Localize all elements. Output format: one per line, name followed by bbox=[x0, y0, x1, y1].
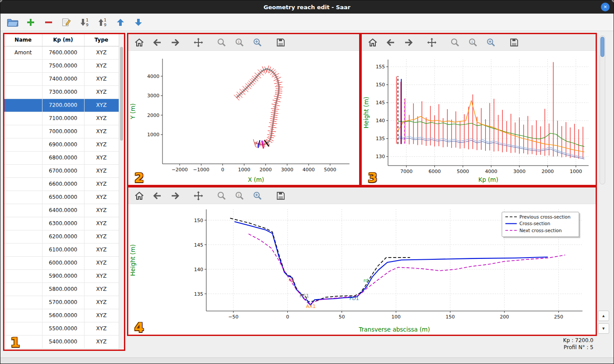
titlebar[interactable]: Geometry reach edit - Saar × bbox=[0, 0, 614, 14]
zoom-original-button[interactable]: i bbox=[466, 36, 480, 49]
table-cell[interactable]: 6500.0000 bbox=[42, 191, 84, 204]
table-row[interactable]: 5700.0000XYZ bbox=[4, 296, 119, 309]
table-cell[interactable]: XYZ bbox=[84, 151, 119, 164]
longitudinal-profile-chart[interactable]: 7000600050004000300020001000130135140145… bbox=[362, 51, 596, 185]
table-cell[interactable] bbox=[4, 85, 42, 99]
table-cell[interactable]: 6200.0000 bbox=[42, 230, 84, 243]
table-row[interactable]: 6900.0000XYZ bbox=[4, 138, 119, 151]
zoom-original-button[interactable]: i bbox=[233, 189, 246, 202]
back-button[interactable] bbox=[151, 36, 164, 49]
table-cell[interactable]: 7600.0000 bbox=[42, 46, 84, 59]
column-header-type[interactable]: Type bbox=[84, 34, 119, 46]
table-cell[interactable]: XYZ bbox=[84, 138, 119, 151]
table-cell[interactable] bbox=[4, 99, 42, 112]
table-cell[interactable]: 7100.0000 bbox=[42, 112, 84, 125]
table-cell[interactable]: 6600.0000 bbox=[42, 177, 84, 191]
zoom-rect-button[interactable] bbox=[484, 36, 498, 49]
table-cell[interactable]: XYZ bbox=[84, 177, 119, 191]
forward-button[interactable] bbox=[169, 189, 182, 202]
table-cell[interactable]: 7500.0000 bbox=[42, 59, 84, 72]
table-cell[interactable] bbox=[4, 138, 42, 151]
pan-button[interactable] bbox=[192, 189, 205, 202]
table-cell[interactable]: XYZ bbox=[84, 243, 119, 256]
zoom-rect-button[interactable] bbox=[251, 36, 264, 49]
table-cell[interactable] bbox=[4, 243, 42, 256]
table-cell[interactable]: XYZ bbox=[84, 230, 119, 243]
table-row[interactable]: 6500.0000XYZ bbox=[4, 191, 119, 204]
forward-button[interactable] bbox=[169, 36, 182, 49]
table-cell[interactable]: 6900.0000 bbox=[42, 138, 84, 151]
profile-scrollbar-thumb[interactable] bbox=[600, 37, 604, 57]
table-cell[interactable] bbox=[4, 230, 42, 243]
table-cell[interactable]: XYZ bbox=[84, 46, 119, 59]
table-cell[interactable]: 6800.0000 bbox=[42, 151, 84, 164]
table-cell[interactable]: 5800.0000 bbox=[42, 283, 84, 296]
table-cell[interactable] bbox=[4, 217, 42, 230]
table-cell[interactable]: 5400.0000 bbox=[42, 335, 84, 348]
pan-button[interactable] bbox=[425, 36, 438, 49]
table-cell[interactable]: XYZ bbox=[84, 283, 119, 296]
table-row[interactable]: 6300.0000XYZ bbox=[4, 217, 119, 230]
back-button[interactable] bbox=[151, 189, 164, 202]
profile-up-button[interactable]: ▲ bbox=[598, 311, 609, 321]
table-row[interactable]: 6100.0000XYZ bbox=[4, 243, 119, 256]
table-cell[interactable]: 5500.0000 bbox=[42, 322, 84, 335]
table-cell[interactable]: XYZ bbox=[84, 125, 119, 138]
table-cell[interactable]: 6400.0000 bbox=[42, 204, 84, 217]
table-cell[interactable] bbox=[4, 309, 42, 322]
close-button[interactable]: × bbox=[601, 3, 610, 11]
table-cell[interactable]: 7200.0000 bbox=[42, 99, 84, 112]
back-button[interactable] bbox=[384, 36, 397, 49]
zoom-original-button[interactable]: i bbox=[233, 36, 246, 49]
table-row[interactable]: 7300.0000XYZ bbox=[4, 85, 119, 99]
save-button[interactable] bbox=[508, 36, 521, 49]
plan-view-chart[interactable]: −2000−1000010002000300040005000100020003… bbox=[128, 51, 359, 185]
table-row[interactable]: 7400.0000XYZ bbox=[4, 72, 119, 85]
move-down-button[interactable] bbox=[132, 16, 145, 28]
home-button[interactable] bbox=[133, 189, 146, 202]
table-cell[interactable]: XYZ bbox=[84, 309, 119, 322]
remove-row-button[interactable] bbox=[42, 16, 55, 28]
table-cell[interactable]: 7000.0000 bbox=[42, 125, 84, 138]
table-scrollbar-thumb[interactable] bbox=[120, 47, 123, 141]
table-cell[interactable]: XYZ bbox=[84, 112, 119, 125]
table-cell[interactable]: 6700.0000 bbox=[42, 164, 84, 177]
table-cell[interactable]: XYZ bbox=[84, 204, 119, 217]
table-scrollbar[interactable] bbox=[119, 34, 124, 350]
add-row-button[interactable] bbox=[25, 16, 37, 28]
sort-descending-button[interactable]: 1 9 bbox=[96, 16, 109, 28]
open-file-button[interactable] bbox=[7, 16, 19, 28]
table-row[interactable]: 6600.0000XYZ bbox=[4, 177, 119, 191]
table-cell[interactable]: XYZ bbox=[84, 72, 119, 85]
table-cell[interactable] bbox=[4, 112, 42, 125]
table-cell[interactable] bbox=[4, 322, 42, 335]
table-row[interactable]: 5500.0000XYZ bbox=[4, 322, 119, 335]
table-row[interactable]: 7000.0000XYZ bbox=[4, 125, 119, 138]
table-row[interactable]: 6700.0000XYZ bbox=[4, 164, 119, 177]
save-button[interactable] bbox=[274, 36, 287, 49]
table-cell[interactable]: 5700.0000 bbox=[42, 296, 84, 309]
pan-button[interactable] bbox=[192, 36, 205, 49]
table-cell[interactable] bbox=[4, 72, 42, 85]
zoom-button[interactable] bbox=[448, 36, 462, 49]
table-cell[interactable] bbox=[4, 191, 42, 204]
table-cell[interactable]: 7300.0000 bbox=[42, 85, 84, 99]
move-up-button[interactable] bbox=[114, 16, 127, 28]
table-cell[interactable]: XYZ bbox=[84, 217, 119, 230]
profile-scrollbar[interactable] bbox=[600, 35, 605, 184]
table-cell[interactable]: XYZ bbox=[84, 59, 119, 72]
table-row[interactable]: 6400.0000XYZ bbox=[4, 204, 119, 217]
table-cell[interactable] bbox=[4, 204, 42, 217]
table-row[interactable]: 6800.0000XYZ bbox=[4, 151, 119, 164]
table-cell[interactable]: XYZ bbox=[84, 269, 119, 283]
table-cell[interactable]: 7400.0000 bbox=[42, 72, 84, 85]
table-cell[interactable] bbox=[4, 256, 42, 269]
cross-section-chart[interactable]: −50050100150200250135140145150Transverse… bbox=[128, 204, 596, 335]
table-cell[interactable]: XYZ bbox=[84, 164, 119, 177]
zoom-button[interactable] bbox=[215, 36, 228, 49]
table-row[interactable]: Amont7600.0000XYZ bbox=[4, 46, 119, 59]
table-row[interactable]: 5600.0000XYZ bbox=[4, 309, 119, 322]
table-cell[interactable] bbox=[4, 125, 42, 138]
table-cell[interactable]: XYZ bbox=[84, 99, 119, 112]
table-row[interactable]: 6200.0000XYZ bbox=[4, 230, 119, 243]
